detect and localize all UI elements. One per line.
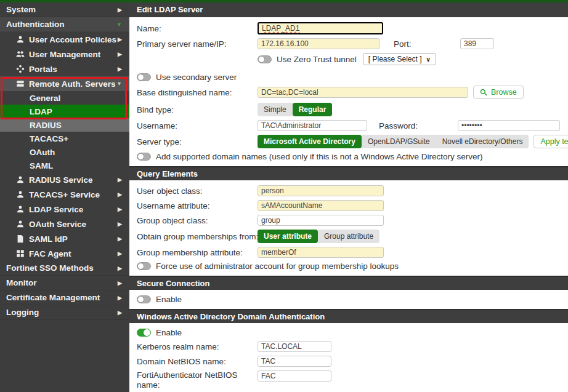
sidebar-nav: System ▶ Authentication ▼ User Account P… — [0, 0, 129, 392]
kerberos-input[interactable] — [258, 341, 331, 352]
toggle-knob — [137, 153, 144, 160]
force-admin-row: Force use of administrator account for g… — [129, 260, 568, 273]
sidebar-item-logging[interactable]: Logging ▶ — [0, 305, 129, 320]
chevron-right-icon: ▶ — [118, 221, 122, 227]
username-input[interactable] — [258, 120, 367, 131]
document-icon — [16, 234, 25, 243]
chevron-right-icon: ▶ — [118, 7, 122, 13]
sidebar-item-portals[interactable]: Portals ▶ — [0, 62, 129, 76]
sidebar-item-label: General — [30, 94, 60, 103]
secondary-server-row: Use secondary server — [129, 71, 568, 84]
obtain-memberships-label: Obtain group memberships from: — [137, 232, 258, 241]
chevron-right-icon: ▶ — [118, 66, 122, 72]
zero-trust-select[interactable]: [ Please Select ] ∨ — [363, 53, 436, 65]
netbios-input[interactable] — [258, 356, 331, 367]
server-type-msad-button[interactable]: Microsoft Active Directory — [258, 135, 362, 148]
chevron-right-icon: ▶ — [118, 177, 122, 183]
fac-netbios-input[interactable] — [258, 370, 331, 382]
primary-server-input[interactable] — [258, 38, 379, 49]
chevron-down-icon: ∨ — [426, 56, 431, 63]
primary-server-label: Primary server name/IP: — [137, 39, 258, 49]
chevron-right-icon: ▶ — [118, 191, 122, 198]
zero-trust-toggle[interactable] — [258, 55, 272, 63]
user-object-class-input[interactable] — [258, 185, 384, 196]
sidebar-item-label: SAML IdP — [29, 234, 68, 244]
user-object-class-label: User object class: — [137, 186, 258, 196]
sidebar-item-user-management[interactable]: User Management ▶ — [0, 47, 129, 62]
sidebar-item-certificate-management[interactable]: Certificate Management ▶ — [0, 290, 129, 305]
kerberos-row: Kerberos realm name: — [129, 339, 568, 354]
user-object-class-row: User object class: — [129, 183, 568, 198]
name-input[interactable] — [258, 22, 383, 34]
sidebar-item-general[interactable]: General — [0, 91, 129, 105]
user-attribute-button[interactable]: User attribute — [258, 230, 318, 243]
username-label: Username: — [137, 121, 258, 130]
chevron-right-icon: ▶ — [118, 36, 122, 42]
force-admin-toggle[interactable] — [137, 262, 151, 270]
password-input[interactable] — [458, 120, 560, 131]
sidebar-item-ldap-service[interactable]: LDAP Service ▶ — [0, 202, 129, 217]
servers-icon — [16, 79, 25, 88]
sidebar-item-label: TACACS+ Service — [29, 190, 100, 199]
sidebar-item-oauth[interactable]: OAuth — [0, 145, 129, 159]
force-admin-label: Force use of administrator account for g… — [156, 262, 399, 271]
sidebar-item-fortinet-sso-methods[interactable]: Fortinet SSO Methods ▶ — [0, 261, 129, 276]
chevron-right-icon: ▶ — [118, 236, 122, 242]
sidebar-item-ldap[interactable]: LDAP — [0, 105, 129, 118]
sidebar-item-label: OAuth — [30, 148, 55, 157]
obtain-memberships-segment: User attribute Group attribute — [258, 230, 379, 243]
sidebar-item-oauth-service[interactable]: OAuth Service ▶ — [0, 217, 129, 231]
sidebar-item-saml[interactable]: SAML — [0, 159, 129, 172]
winad-form: Enable Kerberos realm name: Domain NetBI… — [129, 323, 568, 392]
name-row: Name: — [129, 20, 568, 36]
sidebar-item-radius-service[interactable]: RADIUS Service ▶ — [0, 172, 129, 187]
bind-simple-button[interactable]: Simple — [258, 103, 293, 116]
server-type-novell-button[interactable]: Novell eDirectory/Others — [436, 135, 529, 148]
apply-template-button[interactable]: Apply template — [534, 135, 568, 148]
winad-enable-label: Enable — [156, 328, 182, 337]
obtain-memberships-row: Obtain group memberships from: User attr… — [129, 228, 568, 245]
group-object-class-input[interactable] — [258, 215, 384, 226]
sidebar-item-radius[interactable]: RADIUS — [0, 118, 129, 132]
secure-enable-toggle[interactable] — [137, 295, 151, 303]
user-policy-icon — [16, 35, 25, 44]
sidebar-item-remote-auth-servers[interactable]: Remote Auth. Servers ▼ — [0, 76, 129, 91]
sidebar-item-authentication[interactable]: Authentication ▼ — [0, 17, 129, 32]
sidebar-item-label: System — [6, 5, 36, 14]
browse-button[interactable]: Browse — [473, 86, 524, 99]
ldap-service-icon — [16, 205, 25, 214]
oauth-service-icon — [16, 220, 25, 228]
query-elements-form: User object class: Username attribute: G… — [129, 180, 568, 273]
netbios-label: Domain NetBIOS name: — [137, 357, 258, 366]
sidebar-item-label: Certificate Management — [6, 293, 100, 302]
sidebar-item-user-account-policies[interactable]: User Account Policies ▶ — [0, 32, 129, 47]
port-input[interactable] — [460, 38, 494, 49]
bind-regular-button[interactable]: Regular — [293, 103, 333, 116]
sidebar-item-label: SAML — [30, 161, 53, 170]
group-attribute-button[interactable]: Group attribute — [318, 230, 379, 243]
sidebar-item-fac-agent[interactable]: FAC Agent ▶ — [0, 246, 129, 261]
winad-enable-toggle[interactable] — [137, 329, 151, 337]
portals-icon — [16, 65, 25, 73]
add-domains-toggle[interactable] — [137, 153, 151, 161]
kerberos-label: Kerberos realm name: — [137, 342, 258, 351]
sidebar-item-label: TACACS+ — [30, 134, 68, 143]
secondary-server-toggle[interactable] — [137, 73, 151, 81]
sidebar-item-saml-idp[interactable]: SAML IdP ▶ — [0, 231, 129, 246]
username-attribute-input[interactable] — [258, 200, 384, 211]
add-domains-row: Add supported domain names (used only if… — [129, 150, 568, 163]
bind-type-row: Bind type: Simple Regular — [129, 101, 568, 118]
sidebar-item-label: Logging — [6, 308, 39, 317]
query-elements-header: Query Elements — [129, 166, 568, 180]
chevron-down-icon: ▼ — [116, 22, 122, 28]
server-type-openldap-button[interactable]: OpenLDAP/GSuite — [362, 135, 436, 148]
group-membership-attr-input[interactable] — [258, 247, 384, 258]
sidebar-item-label: RADIUS Service — [29, 175, 93, 185]
sidebar-item-label: OAuth Service — [29, 220, 86, 229]
sidebar-item-tacacs[interactable]: TACACS+ — [0, 132, 129, 145]
sidebar-item-tacacs-service[interactable]: TACACS+ Service ▶ — [0, 187, 129, 202]
sidebar-item-label: LDAP Service — [29, 205, 83, 214]
sidebar-item-system[interactable]: System ▶ — [0, 2, 129, 17]
base-dn-input[interactable] — [258, 87, 468, 98]
sidebar-item-monitor[interactable]: Monitor ▶ — [0, 276, 129, 290]
